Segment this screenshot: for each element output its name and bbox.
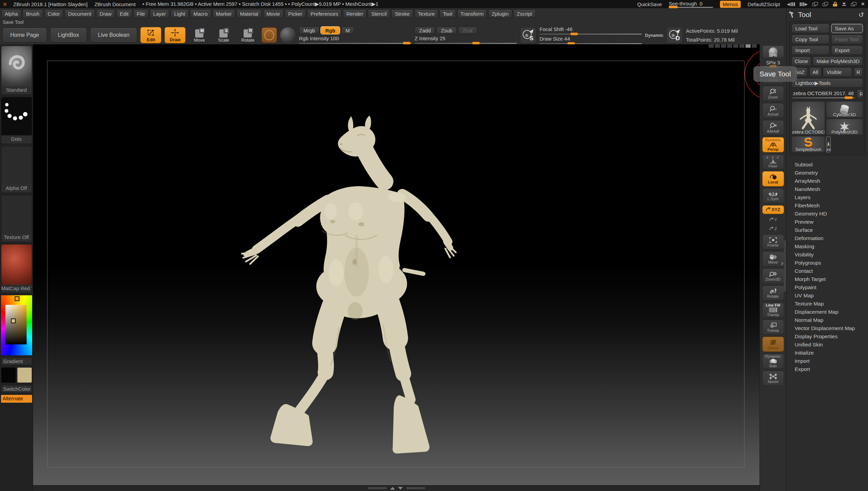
section-geometry-hd[interactable]: Geometry HD — [786, 210, 868, 218]
shelf-button-polyf[interactable]: Line Fill Transp — [762, 302, 784, 318]
switch-color-swatches[interactable] — [1, 367, 32, 383]
section-initialize[interactable]: Initialize — [786, 349, 868, 357]
menu-texture[interactable]: Texture — [415, 10, 438, 18]
shelf-button-local[interactable]: Local — [762, 171, 784, 187]
section-import[interactable]: Import — [786, 357, 868, 365]
rgb-button[interactable]: Rgb — [321, 27, 339, 34]
focal-shift-handle[interactable] — [570, 32, 578, 35]
shelf-button-persp[interactable]: Dynamic Persp — [762, 137, 784, 152]
sculptris-pro-button[interactable]: ⊕ S — [520, 27, 536, 43]
paste-tool-button[interactable]: Paste Tool — [831, 35, 863, 44]
section-preview[interactable]: Preview — [786, 218, 868, 226]
m-button[interactable]: M — [341, 27, 355, 34]
draw-mode-button[interactable]: Draw — [164, 27, 186, 43]
visible-button[interactable]: Visible — [823, 68, 852, 77]
bpr-render-button[interactable]: BPR — [762, 45, 784, 58]
minimize-icon[interactable] — [842, 3, 846, 6]
menu-picker[interactable]: Picker — [285, 10, 306, 18]
section-export[interactable]: Export — [786, 365, 868, 373]
shelf-button-move3d[interactable]: Move — [762, 251, 784, 267]
current-stroke-type-button[interactable]: Dots — [1, 97, 32, 144]
menu-material[interactable]: Material — [236, 10, 261, 18]
shelf-button-rotate-z[interactable]: Z — [762, 225, 784, 233]
section-displacement-map[interactable]: Displacement Map — [786, 308, 868, 316]
dynamic-brush-button[interactable]: ⊕ D — [666, 27, 683, 43]
section-vector-displacement-map[interactable]: Vector Displacement Map — [786, 324, 868, 332]
menu-marker[interactable]: Marker — [213, 10, 235, 18]
all-button[interactable]: All — [809, 68, 821, 77]
edit-mode-button[interactable]: Edit — [140, 27, 161, 43]
make-polymesh3d-button[interactable]: Make PolyMesh3D — [813, 57, 863, 66]
menu-zscript[interactable]: Zscript — [513, 10, 536, 18]
home-page-button[interactable]: Home Page — [2, 28, 47, 43]
menu-layer[interactable]: Layer — [150, 10, 170, 18]
current-material-button[interactable] — [280, 27, 296, 43]
shelf-button-transp[interactable]: Transp — [762, 319, 784, 335]
import-button[interactable]: Import — [792, 46, 829, 55]
shelf-button-solo[interactable]: Dynamic Solo — [762, 354, 784, 369]
shelf-button-rotate-y[interactable]: Y — [762, 216, 784, 223]
mrgb-button[interactable]: Mrgb — [299, 27, 319, 34]
section-deformation[interactable]: Deformation — [786, 234, 868, 242]
shelf-button-floor[interactable]: x y z Floor — [762, 154, 784, 169]
zadd-button[interactable]: Zadd — [415, 27, 435, 34]
saturation-value-square[interactable] — [5, 305, 27, 344]
restore-configuration-icon[interactable]: ↺ — [858, 11, 864, 19]
section-nanomesh[interactable]: NanoMesh — [786, 185, 868, 193]
menu-document[interactable]: Document — [64, 10, 95, 18]
shelf-button-xpose[interactable]: Xpose — [762, 371, 784, 386]
prev-window-icon[interactable] — [812, 2, 818, 6]
z-intensity-slider[interactable]: Z Intensity 25 — [415, 35, 517, 44]
section-geometry[interactable]: Geometry — [786, 169, 868, 177]
menu-brush[interactable]: Brush — [23, 10, 43, 18]
menu-zplugin[interactable]: Zplugin — [488, 10, 512, 18]
top-tray-divider[interactable] — [709, 44, 757, 48]
close-icon[interactable]: × — [861, 1, 865, 8]
shelf-button-rotate-xyz[interactable]: XYZ — [762, 205, 784, 214]
restore-icon[interactable] — [851, 2, 856, 6]
sculpt-model[interactable] — [236, 109, 468, 464]
lightbox-tools-button[interactable]: Lightbox▶Tools — [792, 78, 863, 88]
current-brush-button[interactable]: Standard — [1, 46, 32, 95]
menu-stroke[interactable]: Stroke — [391, 10, 413, 18]
current-material-tray-button[interactable]: MatCap Red Wax — [1, 244, 32, 293]
alternate-button[interactable]: Alternate — [1, 395, 32, 403]
section-visibility[interactable]: Visibility — [786, 251, 868, 259]
tool-thumb-zebra-selected[interactable]: zebra OCTOBER — [826, 136, 831, 152]
section-masking[interactable]: Masking — [786, 242, 868, 251]
default-zscript-button[interactable]: DefaultZScript — [748, 1, 780, 7]
section-texture-map[interactable]: Texture Map — [786, 300, 868, 308]
section-uv-map[interactable]: UV Map — [786, 292, 868, 300]
shelf-scrollbar[interactable] — [784, 240, 786, 292]
section-arraymesh[interactable]: ArrayMesh — [786, 177, 868, 185]
menu-stencil[interactable]: Stencil — [368, 10, 390, 18]
goz-r-button[interactable]: R — [854, 68, 863, 77]
shelf-button-zoom[interactable]: Zoom — [762, 86, 784, 101]
section-contact[interactable]: Contact — [786, 267, 868, 275]
menu-edit[interactable]: Edit — [116, 10, 132, 18]
tool-thumb-zebra-large[interactable]: zebra OCTOBER — [792, 101, 825, 135]
shelf-button-rot3d[interactable]: Rotate — [762, 285, 784, 301]
shelf-button-frame[interactable]: Frame — [762, 234, 784, 250]
menus-button[interactable]: Menus — [720, 1, 741, 8]
shelf-button-aahalf[interactable]: AAHalf — [762, 120, 784, 135]
section-layers[interactable]: Layers — [786, 193, 868, 202]
export-button[interactable]: Export — [831, 46, 863, 55]
menu-render[interactable]: Render — [343, 10, 366, 18]
next-window-icon[interactable] — [823, 2, 828, 6]
move-mode-button[interactable]: M Move — [189, 27, 210, 43]
divider-down-icon[interactable] — [398, 487, 403, 490]
menu-draw[interactable]: Draw — [96, 10, 115, 18]
menu-preferences[interactable]: Preferences — [307, 10, 342, 18]
tray-scroll-left-icon[interactable]: ◀ — [787, 2, 795, 6]
hue-selector[interactable] — [15, 296, 19, 301]
tool-r-button[interactable]: R — [857, 89, 863, 99]
section-fibermesh[interactable]: FiberMesh — [786, 202, 868, 210]
switch-color-button[interactable]: SwitchColor — [1, 385, 32, 393]
menu-tool[interactable]: Tool — [439, 10, 456, 18]
section-normal-map[interactable]: Normal Map — [786, 316, 868, 324]
tool-thumb-polymesh3d[interactable]: PolyMesh3D — [826, 119, 863, 135]
section-morph-target[interactable]: Morph Target — [786, 275, 868, 283]
sv-selector[interactable] — [11, 318, 16, 323]
current-texture-button[interactable]: Texture Off — [1, 195, 32, 242]
